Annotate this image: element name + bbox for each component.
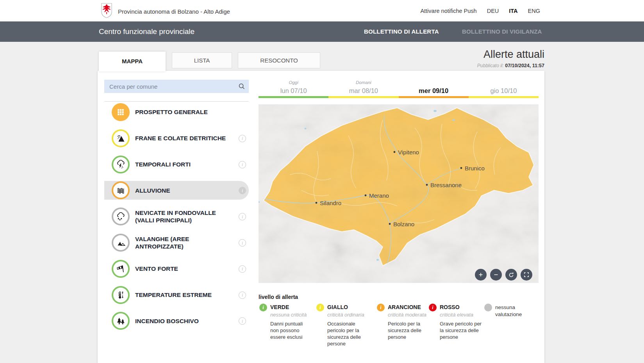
info-badge-icon: i bbox=[316, 304, 324, 311]
info-icon[interactable]: i bbox=[239, 317, 246, 325]
navbar-title: Centro funzionale provinciale bbox=[99, 21, 194, 42]
sidebar-item-temporali-forti[interactable]: TEMPORALI FORTIi bbox=[104, 153, 249, 176]
published-value: 07/10/2024, 11:57 bbox=[505, 63, 544, 68]
info-icon[interactable]: i bbox=[239, 291, 246, 299]
page-title: Allerte attuali bbox=[483, 48, 544, 61]
site-title: Provincia autonoma di Bolzano - Alto Adi… bbox=[118, 8, 230, 15]
sidebar-item-frane[interactable]: FRANE E COLATE DETRITICHEi bbox=[104, 127, 249, 150]
content-card: PROSPETTO GENERALEFRANE E COLATE DETRITI… bbox=[98, 71, 544, 363]
nav-bollettino-allerta[interactable]: BOLLETTINO DI ALLERTA bbox=[364, 21, 439, 42]
snowfall-icon bbox=[112, 207, 130, 225]
sidebar-item-temperature-estreme[interactable]: TEMPERATURE ESTREMEi bbox=[104, 283, 249, 307]
date-tab-lun-07-10[interactable]: Oggilun 07/10 bbox=[259, 77, 328, 98]
date-tab-gio-10-10[interactable]: gio 10/10 bbox=[469, 77, 539, 98]
svg-text:Brunico: Brunico bbox=[465, 165, 485, 172]
main-navbar: Centro funzionale provinciale BOLLETTINO… bbox=[0, 21, 644, 42]
top-header: Provincia autonoma di Bolzano - Alto Adi… bbox=[0, 0, 644, 21]
thunderstorm-icon bbox=[112, 156, 130, 173]
search-icon bbox=[238, 82, 246, 90]
search-input[interactable] bbox=[104, 80, 249, 93]
sidebar-item-incendio-boschivo[interactable]: INCENDIO BOSCHIVOi bbox=[104, 309, 249, 333]
svg-text:Vipiteno: Vipiteno bbox=[398, 149, 419, 156]
info-badge-icon: i bbox=[259, 304, 267, 311]
published-label: Pubblicato il: bbox=[477, 63, 504, 68]
windsock-icon bbox=[112, 260, 130, 278]
brand: Provincia autonoma di Bolzano - Alto Adi… bbox=[101, 3, 230, 20]
legend-title: livello di allerta bbox=[259, 294, 298, 300]
date-tab-mer-09-10[interactable]: mer 09/10 bbox=[399, 77, 469, 98]
city-label-bressanone: Bressanone bbox=[426, 182, 462, 188]
push-notifications-link[interactable]: Attivare notifiche Push bbox=[420, 8, 476, 14]
svg-text:Merano: Merano bbox=[369, 192, 389, 199]
sidebar-item-nevicate-fondovalle[interactable]: NEVICATE IN FONDOVALLE (VALLI PRINCIPALI… bbox=[104, 205, 249, 228]
sidebar-item-vento-forte[interactable]: VENTO FORTEi bbox=[104, 257, 249, 281]
lang-eng[interactable]: ENG bbox=[528, 8, 540, 14]
info-icon[interactable]: i bbox=[239, 239, 246, 247]
alert-map[interactable]: VipitenoBrunicoBressanoneMeranoSilandroB… bbox=[259, 104, 539, 283]
language-links: Attivare notifiche PushDEUITAENG bbox=[420, 0, 540, 21]
tab-resoconto[interactable]: RESOCONTO bbox=[238, 52, 320, 68]
svg-text:Silandro: Silandro bbox=[320, 200, 341, 206]
forest-fire-icon bbox=[112, 312, 130, 330]
nav-bollettino-vigilanza[interactable]: BOLLETTINO DI VIGILANZA bbox=[462, 21, 542, 42]
info-badge-icon: i bbox=[377, 304, 385, 311]
zoom-in-button[interactable] bbox=[475, 269, 487, 281]
landslide-icon bbox=[112, 129, 130, 147]
search-box bbox=[104, 80, 249, 93]
tab-mappa[interactable]: MAPPA bbox=[99, 52, 166, 72]
zoom-out-button[interactable] bbox=[490, 269, 502, 281]
info-icon[interactable]: i bbox=[239, 135, 246, 142]
published-line: Pubblicato il: 07/10/2024, 11:57 bbox=[477, 63, 544, 68]
info-icon[interactable]: i bbox=[239, 265, 246, 273]
fullscreen-button[interactable] bbox=[521, 269, 532, 281]
lang-ita[interactable]: ITA bbox=[509, 8, 517, 14]
date-tab-mar-08-10[interactable]: Domanimar 08/10 bbox=[328, 77, 398, 98]
avalanche-icon bbox=[112, 234, 130, 252]
empty-badge-icon bbox=[484, 304, 492, 311]
svg-text:Bressanone: Bressanone bbox=[430, 182, 462, 188]
thermometer-icon bbox=[112, 286, 130, 304]
info-icon[interactable]: i bbox=[239, 161, 246, 168]
grid-icon bbox=[112, 103, 130, 121]
lang-deu[interactable]: DEU bbox=[487, 8, 499, 14]
info-badge-icon: i bbox=[429, 304, 437, 311]
sidebar-item-prospetto-generale[interactable]: PROSPETTO GENERALE bbox=[104, 100, 249, 124]
sidebar-item-valanghe[interactable]: VALANGHE (AREE ANTROPIZZATE)i bbox=[104, 231, 249, 254]
tab-lista[interactable]: LISTA bbox=[172, 52, 232, 68]
info-icon[interactable]: i bbox=[239, 213, 246, 220]
svg-text:Bolzano: Bolzano bbox=[393, 221, 414, 227]
sidebar-item-alluvione[interactable]: ALLUVIONEi bbox=[104, 179, 249, 202]
page: Provincia autonoma di Bolzano - Alto Adi… bbox=[0, 0, 644, 363]
reset-view-button[interactable] bbox=[505, 269, 517, 281]
coat-of-arms-icon bbox=[101, 3, 112, 20]
